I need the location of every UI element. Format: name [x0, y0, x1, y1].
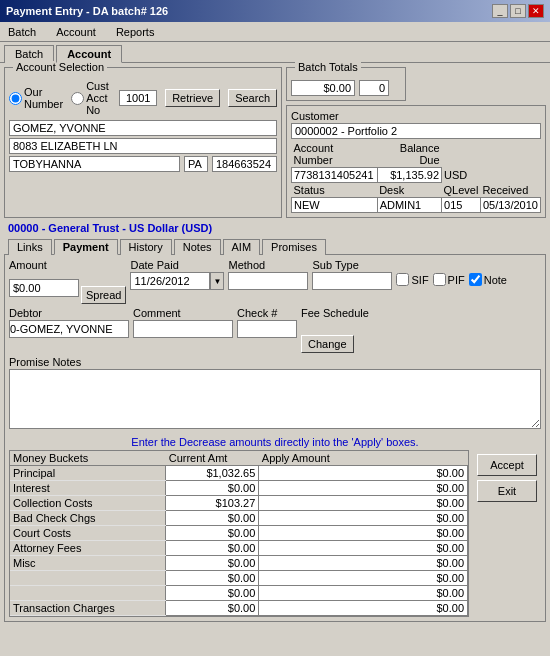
promise-notes-textarea[interactable]: [9, 369, 541, 429]
sif-label: SIF: [411, 274, 428, 286]
status-value: NEW: [292, 198, 378, 213]
customer-label: Customer: [291, 110, 541, 122]
promise-notes-label: Promise Notes: [9, 356, 541, 368]
sif-checkbox-label[interactable]: SIF: [396, 273, 428, 286]
fee-schedule-group: Fee Schedule Change: [301, 307, 369, 353]
comment-group: Comment: [133, 307, 233, 338]
method-group: Method: [228, 259, 308, 290]
money-table-row: Transaction Charges $0.00: [10, 601, 468, 616]
batch-totals-title: Batch Totals: [295, 61, 361, 73]
menu-reports[interactable]: Reports: [112, 25, 159, 39]
our-number-radio[interactable]: Our Number: [9, 86, 63, 110]
right-top-panel: Batch Totals $0.00 0 Customer 0000002 - …: [286, 67, 546, 218]
date-dropdown-button[interactable]: ▼: [210, 272, 224, 290]
accept-button[interactable]: Accept: [477, 454, 537, 476]
window-title: Payment Entry - DA batch# 126: [6, 5, 168, 17]
bucket-apply-7[interactable]: [259, 571, 468, 586]
top-section: Account Selection Our Number Cust Acct N…: [4, 67, 546, 218]
bucket-current-6: $0.00: [166, 556, 259, 571]
exit-button[interactable]: Exit: [477, 480, 537, 502]
account-number-label: Account Number: [292, 141, 378, 168]
bucket-name-7: [10, 571, 166, 586]
bucket-apply-4[interactable]: [259, 526, 468, 541]
bucket-apply-5[interactable]: [259, 541, 468, 556]
bucket-apply-2[interactable]: [259, 496, 468, 511]
desk-label: Desk: [377, 183, 441, 198]
bucket-current-5: $0.00: [166, 541, 259, 556]
check-label: Check #: [237, 307, 297, 319]
bucket-current-9: $0.00: [166, 601, 259, 616]
money-table-row: Court Costs $0.00: [10, 526, 468, 541]
tab-notes[interactable]: Notes: [174, 239, 221, 255]
payment-panel: Amount Spread Date Paid ▼ Method: [4, 254, 546, 622]
bucket-apply-1[interactable]: [259, 481, 468, 496]
received-label: Received: [480, 183, 540, 198]
received-value: 05/13/2010: [480, 198, 540, 213]
tab-promises[interactable]: Promises: [262, 239, 326, 255]
inner-tabs: Links Payment History Notes AIM Promises: [4, 236, 546, 254]
sub-type-select[interactable]: [312, 272, 392, 290]
date-paid-input[interactable]: [130, 272, 210, 290]
bucket-current-3: $0.00: [166, 511, 259, 526]
bucket-apply-6[interactable]: [259, 556, 468, 571]
money-table-row: Attorney Fees $0.00: [10, 541, 468, 556]
account-number-input[interactable]: [119, 90, 157, 106]
radio-row: Our Number Cust Acct No Retrieve Search: [9, 80, 277, 116]
pif-checkbox[interactable]: [433, 273, 446, 286]
menu-batch[interactable]: Batch: [4, 25, 40, 39]
pif-label: PIF: [448, 274, 465, 286]
bucket-name-0: Principal: [10, 466, 166, 481]
search-button[interactable]: Search: [228, 89, 277, 107]
bucket-current-1: $0.00: [166, 481, 259, 496]
balance-due-label: Balance Due: [377, 141, 441, 168]
customer-info-panel: Customer 0000002 - Portfolio 2 Account N…: [286, 105, 546, 218]
check-input[interactable]: [237, 320, 297, 338]
minimize-button[interactable]: _: [492, 4, 508, 18]
bucket-apply-3[interactable]: [259, 511, 468, 526]
bucket-name-8: [10, 586, 166, 601]
cust-acct-no-radio[interactable]: Cust Acct No: [71, 80, 109, 116]
bucket-apply-9[interactable]: [259, 601, 468, 616]
check-group: Check #: [237, 307, 297, 338]
bucket-name-6: Misc: [10, 556, 166, 571]
date-paid-label: Date Paid: [130, 259, 224, 271]
note-checkbox[interactable]: [469, 273, 482, 286]
account-title: 00000 - General Trust - US Dollar (USD): [8, 222, 542, 234]
tab-payment[interactable]: Payment: [54, 239, 118, 255]
title-bar: Payment Entry - DA batch# 126 _ □ ✕: [0, 0, 550, 22]
method-select[interactable]: [228, 272, 308, 290]
tab-aim[interactable]: AIM: [223, 239, 261, 255]
amount-label: Amount: [9, 259, 126, 271]
date-paid-group: Date Paid ▼: [130, 259, 224, 290]
our-number-radio-input[interactable]: [9, 92, 22, 105]
pif-checkbox-label[interactable]: PIF: [433, 273, 465, 286]
customer-name-display: GOMEZ, YVONNE: [9, 120, 277, 136]
account-selection-panel: Account Selection Our Number Cust Acct N…: [4, 67, 282, 218]
change-button[interactable]: Change: [301, 335, 354, 353]
money-table-row: Principal $1,032.65: [10, 466, 468, 481]
spread-button[interactable]: Spread: [81, 286, 126, 304]
promise-notes-section: Promise Notes: [9, 356, 541, 434]
comment-input[interactable]: [133, 320, 233, 338]
retrieve-button[interactable]: Retrieve: [165, 89, 220, 107]
payment-row2: Debtor 0-GOMEZ, YVONNE Comment Check # F…: [9, 307, 541, 353]
maximize-button[interactable]: □: [510, 4, 526, 18]
bucket-name-9: Transaction Charges: [10, 601, 166, 616]
tab-history[interactable]: History: [120, 239, 172, 255]
bucket-apply-0[interactable]: [259, 466, 468, 481]
bucket-apply-8[interactable]: [259, 586, 468, 601]
close-button[interactable]: ✕: [528, 4, 544, 18]
cust-acct-no-radio-input[interactable]: [71, 92, 84, 105]
tab-links[interactable]: Links: [8, 239, 52, 255]
sif-checkbox[interactable]: [396, 273, 409, 286]
menu-account[interactable]: Account: [52, 25, 100, 39]
bucket-current-4: $0.00: [166, 526, 259, 541]
balance-due-value: $1,135.92: [377, 168, 441, 183]
amount-input[interactable]: [9, 279, 79, 297]
date-wrapper: ▼: [130, 272, 224, 290]
note-checkbox-label[interactable]: Note: [469, 273, 507, 286]
tab-account[interactable]: Account: [56, 45, 122, 63]
zip-display: 184663524: [212, 156, 277, 172]
debtor-group: Debtor 0-GOMEZ, YVONNE: [9, 307, 129, 338]
debtor-select[interactable]: 0-GOMEZ, YVONNE: [9, 320, 129, 338]
